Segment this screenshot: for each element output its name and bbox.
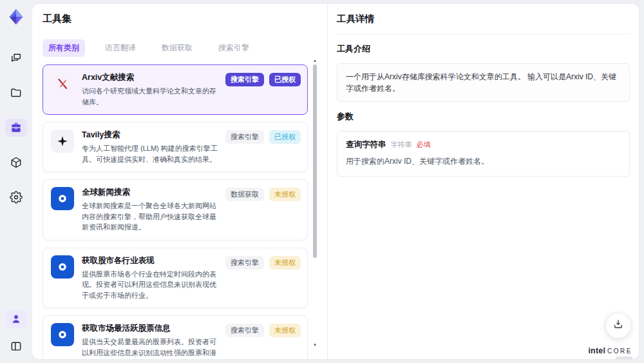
tool-category-badge: 数据获取	[225, 188, 264, 201]
tool-list: Arxiv文献搜索 访问各个研究领域大量科学论文和文章的存储库。 搜索引擎 已授…	[43, 64, 308, 359]
tool-name: Arxiv文献搜索	[82, 73, 220, 83]
tools-panel: 工具集 所有类别 语言翻译 数据获取 搜索引擎 Arxiv文献搜索 访问各个研究…	[32, 4, 327, 359]
chat-icon	[10, 52, 23, 64]
collapse-panel-button[interactable]	[5, 337, 27, 355]
intel-core-logo: intel CORE	[588, 346, 632, 355]
tool-auth-badge: 已授权	[269, 130, 301, 144]
gem-logo-icon	[7, 8, 25, 26]
arxiv-logo-icon	[51, 72, 74, 95]
tool-name: Tavily搜索	[82, 130, 220, 140]
news-logo-icon	[51, 255, 74, 279]
tab-search-engine[interactable]: 搜索引擎	[213, 39, 255, 57]
sidebar-item-tools[interactable]	[5, 119, 27, 137]
download-icon	[612, 319, 624, 333]
tab-label: 搜索引擎	[218, 43, 249, 52]
tool-auth-badge: 未授权	[269, 256, 301, 270]
tool-category-badge: 搜索引擎	[225, 130, 264, 144]
tool-name: 全球新闻搜索	[82, 188, 220, 197]
param-required-badge: 必填	[417, 140, 431, 150]
main-card: 工具集 所有类别 语言翻译 数据获取 搜索引擎 Arxiv文献搜索 访问各个研究…	[32, 4, 639, 359]
tool-desc: 访问各个研究领域大量科学论文和文章的存储库。	[82, 86, 220, 107]
sidebar-item-chat[interactable]	[5, 49, 27, 67]
tool-list-item[interactable]: Tavily搜索 专为人工智能代理 (LLM) 构建的搜索引擎工具。可快速提供实…	[43, 122, 308, 172]
tool-desc: 提供当天交易量最高的股票列表。投资者可以利用这些信息来识别流动性强的股票和潜在的…	[82, 337, 220, 359]
tool-intro-text: 一个用于从Arxiv存储库搜索科学论文和文章的工具。 输入可以是Arxiv ID…	[346, 72, 616, 93]
tab-data-fetch[interactable]: 数据获取	[156, 39, 198, 57]
scrollbar-thumb[interactable]	[313, 64, 317, 258]
brand-intel: intel	[588, 346, 605, 355]
tool-desc: 提供股票市场各个行业在特定时间段内的表现。投资者可以利用这些信息来识别表现优于或…	[82, 269, 220, 301]
sidebar-item-settings[interactable]	[5, 188, 27, 206]
brand-sub-mark	[616, 357, 632, 359]
tool-list-item[interactable]: 获取市场最活跃股票信息 提供当天交易量最高的股票列表。投资者可以利用这些信息来识…	[43, 315, 308, 359]
scroll-down-arrow[interactable]: ▼	[312, 342, 318, 348]
list-scrollbar[interactable]: ▲ ▼	[312, 58, 318, 354]
download-button[interactable]	[605, 313, 631, 338]
tool-list-item[interactable]: 全球新闻搜索 全球新闻搜索是一个聚合全球各大新闻网站内容的搜索引擎，帮助用户快速…	[43, 179, 308, 240]
intro-heading: 工具介绍	[337, 43, 630, 55]
params-heading: 参数	[337, 111, 630, 123]
tab-label: 语言翻译	[105, 43, 136, 52]
brand-core: CORE	[607, 348, 632, 355]
scroll-up-arrow[interactable]: ▲	[312, 58, 318, 63]
settings-icon	[10, 191, 23, 204]
tool-name: 获取股市各行业表现	[82, 256, 220, 266]
sidebar-item-packages[interactable]	[5, 153, 27, 172]
tab-translation[interactable]: 语言翻译	[99, 39, 142, 57]
param-name: 查询字符串	[346, 139, 386, 150]
tool-name: 获取市场最活跃股票信息	[82, 324, 220, 333]
tool-details-panel: 工具详情 工具介绍 一个用于从Arxiv存储库搜索科学论文和文章的工具。 输入可…	[327, 4, 639, 359]
tavily-star-icon	[51, 130, 74, 153]
parameter-card: 查询字符串 字符串 必填 用于搜索的Arxiv ID、关键字或作者姓名。	[337, 131, 630, 177]
tab-label: 所有类别	[48, 43, 79, 52]
tool-category-badge: 搜索引擎	[225, 73, 264, 86]
tool-category-badge: 搜索引擎	[225, 324, 264, 337]
param-type: 字符串	[391, 140, 412, 150]
tool-category-badge: 搜索引擎	[225, 256, 264, 270]
news-logo-icon	[51, 187, 74, 210]
param-desc: 用于搜索的Arxiv ID、关键字或作者姓名。	[346, 156, 621, 167]
panel-toggle-icon	[10, 340, 23, 353]
news-logo-icon	[51, 323, 74, 346]
tool-auth-badge: 未授权	[269, 188, 301, 201]
app-logo[interactable]	[6, 6, 26, 27]
cube-icon	[10, 156, 23, 169]
category-tabs: 所有类别 语言翻译 数据获取 搜索引擎	[43, 39, 327, 57]
page-title: 工具集	[43, 13, 327, 25]
tool-list-item[interactable]: 获取股市各行业表现 提供股票市场各个行业在特定时间段内的表现。投资者可以利用这些…	[43, 248, 308, 309]
tool-intro-box: 一个用于从Arxiv存储库搜索科学论文和文章的工具。 输入可以是Arxiv ID…	[337, 63, 630, 102]
user-profile-button[interactable]	[5, 310, 27, 328]
tool-desc: 专为人工智能代理 (LLM) 构建的搜索引擎工具。可快速提供实时、准确和真实的结…	[82, 143, 220, 164]
tab-label: 数据获取	[162, 43, 193, 52]
tool-list-item[interactable]: Arxiv文献搜索 访问各个研究领域大量科学论文和文章的存储库。 搜索引擎 已授…	[43, 64, 308, 115]
tool-auth-badge: 未授权	[269, 324, 301, 337]
user-icon	[10, 313, 23, 326]
toolbox-icon	[10, 121, 23, 134]
folder-icon	[10, 86, 23, 99]
tool-desc: 全球新闻搜索是一个聚合全球各大新闻网站内容的搜索引擎，帮助用户快速获取全球最新资…	[82, 201, 220, 233]
sidebar-item-files[interactable]	[5, 84, 27, 102]
left-rail	[0, 0, 32, 363]
details-title: 工具详情	[337, 13, 630, 34]
tool-auth-badge: 已授权	[269, 73, 301, 86]
tab-all-categories[interactable]: 所有类别	[43, 39, 85, 57]
